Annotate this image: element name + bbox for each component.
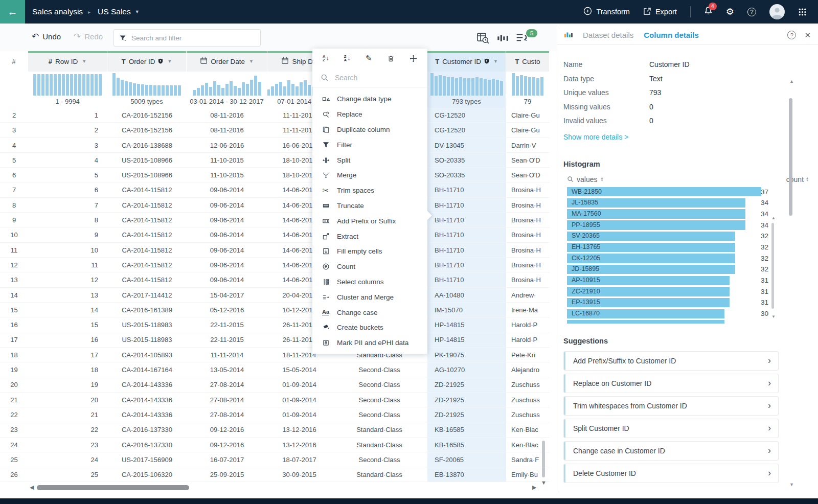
table-cell[interactable]: Sean·O'D (506, 153, 550, 167)
table-cell[interactable]: 15-04-2017 (187, 288, 267, 302)
table-cell[interactable]: HP-14815 (427, 332, 506, 347)
table-cell[interactable]: Brosina·H (506, 213, 550, 227)
breadcrumb-project[interactable]: Sales analysis (32, 7, 83, 16)
menu-item-extract[interactable]: Extract (312, 228, 427, 244)
table-cell[interactable]: 21 (28, 407, 107, 422)
table-cell[interactable]: 9 (0, 213, 28, 227)
table-cell[interactable]: 16-07-2017 (187, 452, 267, 467)
table-cell[interactable]: 01-09-2014 (267, 393, 331, 407)
redo-button[interactable]: ↷ Redo (74, 31, 103, 42)
histogram-scrollbar[interactable] (771, 223, 774, 309)
histogram-row[interactable]: JL-1583534 (567, 197, 769, 209)
table-cell[interactable]: SO-20335 (427, 153, 506, 167)
panel-scrollbar[interactable] (789, 98, 792, 216)
table-cell[interactable]: 25 (28, 467, 107, 482)
table-cell[interactable]: 15 (0, 303, 28, 317)
table-cell[interactable]: 19 (28, 377, 107, 392)
table-cell[interactable]: Claire·Gu (506, 123, 550, 137)
menu-item-change-case[interactable]: AaChange case (312, 305, 427, 320)
table-cell[interactable]: 27-08-2014 (187, 393, 267, 407)
table-row[interactable]: 1312CA-2014-11581209-06-201414-06-2014BH… (0, 272, 550, 287)
table-cell[interactable]: 09-06-2014 (187, 198, 267, 212)
table-row[interactable]: 87CA-2014-11581209-06-201414-06-2014BH-1… (0, 198, 550, 213)
table-cell[interactable]: CA-2015-106320 (107, 467, 187, 482)
table-row[interactable]: 1615US-2015-11898322-11-201526-11-2015HP… (0, 317, 550, 332)
settings-button[interactable]: ⚙ (726, 6, 734, 17)
table-cell[interactable]: Brosina·H (506, 182, 550, 197)
suggestion-card[interactable]: Delete Customer ID› (563, 464, 779, 483)
table-cell[interactable]: 10 (28, 243, 107, 257)
table-cell[interactable]: CA-2017-114412 (107, 288, 187, 302)
sort-desc-icon[interactable]: ZA↓ (344, 55, 350, 62)
table-cell[interactable]: BH-11710 (427, 272, 506, 287)
vscroll-down-arrow[interactable]: ▼ (541, 479, 547, 486)
table-cell[interactable]: CA-2014-143336 (107, 407, 187, 422)
table-cell[interactable]: Second·Class (331, 393, 427, 407)
table-cell[interactable]: 24 (0, 438, 28, 452)
table-cell[interactable]: BH-11710 (427, 258, 506, 272)
table-cell[interactable]: 12-06-2016 (187, 138, 267, 152)
menu-item-count[interactable]: Count (312, 259, 427, 274)
table-cell[interactable]: 20 (28, 393, 107, 407)
table-row[interactable]: 2625CA-2015-10632025-09-201530-09-2015St… (0, 467, 550, 482)
help-button[interactable]: ? (747, 8, 756, 16)
panel-close-icon[interactable]: ✕ (804, 31, 811, 40)
table-row[interactable]: 32CA-2016-15215608-11-201611-11-2016CG-1… (0, 123, 550, 138)
table-cell[interactable]: 16 (0, 317, 28, 332)
table-cell[interactable]: 30-09-2015 (267, 467, 331, 482)
table-cell[interactable]: 09-06-2014 (187, 182, 267, 197)
table-cell[interactable]: BH-11710 (427, 213, 506, 227)
show-more-details-link[interactable]: Show more details > (563, 133, 628, 141)
table-cell[interactable]: CA-2014-115812 (107, 213, 187, 227)
table-cell[interactable]: 13 (28, 288, 107, 302)
table-cell[interactable]: CA-2014-115812 (107, 272, 187, 287)
table-cell[interactable]: Second·Class (331, 452, 427, 467)
table-cell[interactable]: 22 (28, 422, 107, 437)
table-row[interactable]: 1716US-2015-11898322-11-201526-11-2015HP… (0, 332, 550, 347)
apps-grid-button[interactable] (798, 8, 807, 16)
column-histogram-customer_id[interactable]: 793 types (427, 72, 506, 108)
edit-icon[interactable]: ✎ (366, 54, 372, 63)
breadcrumb-caret-icon[interactable]: ▼ (135, 9, 140, 14)
column-header-order_date[interactable]: Order Date▼ (187, 51, 267, 72)
table-cell[interactable]: 21 (0, 393, 28, 407)
table-cell[interactable]: 09-06-2014 (187, 258, 267, 272)
suggestion-card[interactable]: Add Prefix/Suffix to Customer ID› (563, 351, 779, 371)
table-cell[interactable]: 2 (28, 123, 107, 137)
table-cell[interactable]: 08-11-2016 (187, 108, 267, 122)
count-sort-icon[interactable]: ▲▼ (806, 177, 809, 182)
column-header-order_id[interactable]: TOrder ID▼ (107, 51, 186, 72)
table-cell[interactable]: 14 (0, 288, 28, 302)
table-cell[interactable]: 12 (0, 258, 28, 272)
table-cell[interactable]: 17 (0, 332, 28, 347)
table-cell[interactable]: 11 (0, 243, 28, 257)
histogram-row[interactable]: LC-1687030 (567, 308, 769, 319)
histogram-row[interactable]: PP-1895534 (567, 220, 769, 231)
table-cell[interactable]: CG-12520 (427, 108, 506, 122)
breadcrumb-dataset[interactable]: US Sales (98, 7, 131, 16)
table-cell[interactable]: 22 (0, 407, 28, 422)
table-cell[interactable]: 13-12-2016 (267, 422, 331, 437)
table-row[interactable]: 65US-2015-10896611-10-201518-10-2015SO-2… (0, 168, 550, 182)
table-row[interactable]: 2524US-2017-15690916-07-201718-07-2017Se… (0, 452, 550, 467)
table-cell[interactable]: 13-12-2016 (267, 438, 331, 452)
table-cell[interactable]: Harold·P (506, 317, 550, 332)
table-cell[interactable]: CA-2016-152156 (107, 123, 187, 137)
panel-help-icon[interactable]: ? (787, 31, 796, 39)
table-cell[interactable]: BH-11710 (427, 243, 506, 257)
menu-item-add-prefix-suffix[interactable]: Add Prefix or Suffix (312, 213, 427, 228)
table-cell[interactable]: CG-12520 (427, 123, 506, 137)
tab-column-details[interactable]: Column details (644, 31, 699, 39)
menu-item-merge[interactable]: Merge (312, 168, 427, 183)
table-cell[interactable]: ZD-21925 (427, 377, 506, 392)
table-cell[interactable]: CA-2014-115812 (107, 198, 187, 212)
table-cell[interactable]: 15-05-2014 (267, 362, 331, 377)
table-cell[interactable]: Brosina·H (506, 272, 550, 287)
column-stats-button[interactable] (497, 33, 510, 45)
table-cell[interactable]: CA-2016-137330 (107, 422, 187, 437)
table-row[interactable]: 98CA-2014-11581209-06-201414-06-2014BH-1… (0, 213, 550, 227)
search-input[interactable] (114, 30, 260, 46)
menu-item-replace[interactable]: Replace (312, 107, 427, 122)
table-cell[interactable]: AG-10270 (427, 362, 506, 377)
table-cell[interactable]: 19 (0, 362, 28, 377)
